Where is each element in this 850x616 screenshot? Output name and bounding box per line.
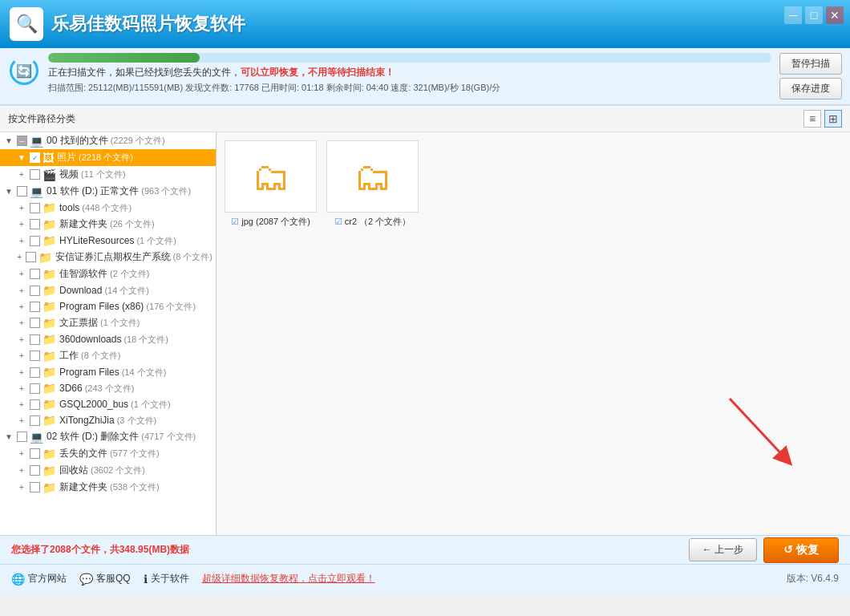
checkbox-pfx86[interactable] <box>30 302 40 312</box>
checkbox-jzy[interactable] <box>30 269 40 279</box>
tutorial-link[interactable]: 超级详细数据恢复教程，点击立即观看！ <box>202 572 375 586</box>
svg-line-1 <box>730 399 786 459</box>
checkbox-lost[interactable] <box>30 448 40 459</box>
tree-item-newfolder2[interactable]: + 📁 新建文件夹 (538 个文件) <box>0 479 216 496</box>
checkbox-nf2[interactable] <box>30 482 40 492</box>
checkbox-wz[interactable] <box>30 318 40 328</box>
folder-icon-sw02: 💻 <box>30 431 43 444</box>
app-title: 乐易佳数码照片恢复软件 <box>51 12 245 36</box>
official-site-link[interactable]: 🌐 官方网站 <box>11 572 67 586</box>
checkbox-2[interactable] <box>30 169 40 180</box>
folder-icon-hy: 📁 <box>42 234 56 247</box>
thumb-box-cr2[interactable]: 🗂 <box>326 140 419 213</box>
folder-icon-1: 🖼 <box>42 152 54 164</box>
customer-qq-link[interactable]: 💬 客服QQ <box>79 572 131 586</box>
expand-icon-nf2: + <box>16 483 27 492</box>
close-button[interactable]: ✕ <box>826 6 844 24</box>
main-content: ▼ ─ 💻 00 找到的文件 (2229 个文件) ▼ ✓ 🖼 照片 (2218… <box>0 132 850 535</box>
bottom-status-bar: 您选择了2088个文件，共348.95(MB)数据 ← 上一步 ↺ 恢复 <box>0 535 850 564</box>
thumb-item-jpg[interactable]: 🗂 ☑ jpg (2087 个文件) <box>225 140 317 228</box>
folder-thumb-jpg: 🗂 <box>252 155 290 199</box>
expand-icon-sw02: ▼ <box>3 432 14 441</box>
progress-bar-wrap <box>48 53 771 63</box>
restore-button[interactable]: ↺ 恢复 <box>763 537 839 563</box>
folder-icon-work: 📁 <box>42 350 56 363</box>
checkbox-360[interactable] <box>30 334 40 345</box>
checkbox-1[interactable]: ✓ <box>30 152 40 163</box>
about-software-link[interactable]: ℹ 关于软件 <box>144 572 189 586</box>
tree-item-wzpj[interactable]: + 📁 文正票据 (1 个文件) <box>0 314 216 331</box>
folder-icon-lost: 📁 <box>42 448 56 460</box>
checkbox-nf[interactable] <box>30 219 40 229</box>
checkbox-sw02[interactable] <box>17 432 27 442</box>
folder-icon-ax: 📁 <box>38 251 52 264</box>
folder-icon-jzy: 📁 <box>42 268 56 281</box>
tree-item-pfx86[interactable]: + 📁 Program Files (x86) (176 个文件) <box>0 298 216 314</box>
tree-item-3d66[interactable]: + 📁 3D66 (243 个文件) <box>0 380 216 396</box>
view-toggle: ≡ ⊞ <box>803 110 842 128</box>
tree-item-sw02[interactable]: ▼ 💻 02 软件 (D:) 删除文件 (4717 个文件) <box>0 428 216 445</box>
qq-icon: 💬 <box>79 573 93 586</box>
expand-icon-tools: + <box>16 204 27 213</box>
expand-icon-360: + <box>16 335 27 344</box>
checkbox-0[interactable]: ─ <box>17 136 27 146</box>
file-tree-panel: ▼ ─ 💻 00 找到的文件 (2229 个文件) ▼ ✓ 🖼 照片 (2218… <box>0 132 217 535</box>
expand-icon-3: ▼ <box>3 187 14 196</box>
tree-item-found-files[interactable]: ▼ ─ 💻 00 找到的文件 (2229 个文件) <box>0 132 216 149</box>
tree-item-work[interactable]: + 📁 工作 (8 个文件) <box>0 347 216 364</box>
tree-item-video[interactable]: + 🎬 视频 (11 个文件) <box>0 166 216 183</box>
thumbnail-panel: 🗂 ☑ jpg (2087 个文件) 🗂 ☑ cr2 （2 个文件） <box>217 132 850 535</box>
folder-icon-360: 📁 <box>42 333 56 346</box>
checkbox-dl[interactable] <box>30 286 40 296</box>
folder-icon-wz: 📁 <box>42 317 56 330</box>
grid-view-button[interactable]: ⊞ <box>824 110 842 128</box>
folder-icon-3: 💻 <box>30 185 43 198</box>
checkbox-gsql[interactable] <box>30 399 40 410</box>
tree-item-download[interactable]: + 📁 Download (14 个文件) <box>0 282 216 298</box>
tree-item-xtzj[interactable]: + 📁 XiTongZhiJia (3 个文件) <box>0 412 216 428</box>
expand-icon-jzy: + <box>16 270 27 278</box>
tree-item-gsql[interactable]: + 📁 GSQL2000_bus (1 个文件) <box>0 396 216 412</box>
checkbox-3[interactable] <box>17 186 27 197</box>
checkbox-pf[interactable] <box>30 367 40 378</box>
tree-item-recycle[interactable]: + 📁 回收站 (3602 个文件) <box>0 462 216 479</box>
version-text: 版本: V6.4.9 <box>787 572 839 586</box>
minimize-button[interactable]: ─ <box>784 6 802 24</box>
expand-icon-recycle: + <box>16 466 27 475</box>
back-button[interactable]: ← 上一步 <box>689 538 757 561</box>
checkbox-xtzj[interactable] <box>30 415 40 426</box>
tree-item-jzy[interactable]: + 📁 佳智源软件 (2 个文件) <box>0 265 216 282</box>
checkbox-3d66[interactable] <box>30 383 40 394</box>
tree-item-lost[interactable]: + 📁 丢失的文件 (577 个文件) <box>0 445 216 462</box>
checkbox-work[interactable] <box>30 351 40 361</box>
thumb-box-jpg[interactable]: 🗂 <box>225 140 317 213</box>
tree-item-photos[interactable]: ▼ ✓ 🖼 照片 (2218 个文件) <box>0 149 216 166</box>
maximize-button[interactable]: □ <box>805 6 823 24</box>
tree-item-360dl[interactable]: + 📁 360downloads (18 个文件) <box>0 331 216 347</box>
checkbox-recycle[interactable] <box>30 465 40 476</box>
progress-bar-fill <box>48 53 200 63</box>
folder-icon-nf2: 📁 <box>42 481 56 494</box>
checkbox-hy[interactable] <box>30 236 40 246</box>
category-bar: 按文件路径分类 ≡ ⊞ <box>0 105 850 132</box>
selected-info: 您选择了2088个文件，共348.95(MB)数据 <box>11 543 189 557</box>
checkbox-ax[interactable] <box>26 252 36 262</box>
tree-item-hylite[interactable]: + 📁 HYLiteResources (1 个文件) <box>0 233 216 249</box>
thumb-item-cr2[interactable]: 🗂 ☑ cr2 （2 个文件） <box>326 140 419 228</box>
tree-item-pf[interactable]: + 📁 Program Files (14 个文件) <box>0 364 216 380</box>
tree-item-sw01[interactable]: ▼ 💻 01 软件 (D:) 正常文件 (963 个文件) <box>0 183 216 200</box>
pause-scan-button[interactable]: 暂停扫描 <box>779 53 842 75</box>
expand-icon-pf: + <box>16 368 27 377</box>
save-progress-button[interactable]: 保存进度 <box>779 78 842 99</box>
thumb-label-cr2: ☑ cr2 （2 个文件） <box>334 216 411 228</box>
tree-item-tools[interactable]: + 📁 tools (448 个文件) <box>0 200 216 216</box>
folder-icon-xtzj: 📁 <box>42 414 56 427</box>
folder-icon-tools: 📁 <box>42 201 56 214</box>
expand-icon-lost: + <box>16 449 27 458</box>
expand-icon-wz: + <box>16 318 27 327</box>
checkbox-tools[interactable] <box>30 203 40 213</box>
list-view-button[interactable]: ≡ <box>803 110 821 128</box>
folder-icon-gsql: 📁 <box>42 398 56 411</box>
tree-item-newfolder[interactable]: + 📁 新建文件夹 (26 个文件) <box>0 216 216 233</box>
tree-item-anxin[interactable]: + 📁 安信证券汇点期权生产系统 (8 个文件) <box>0 249 216 265</box>
